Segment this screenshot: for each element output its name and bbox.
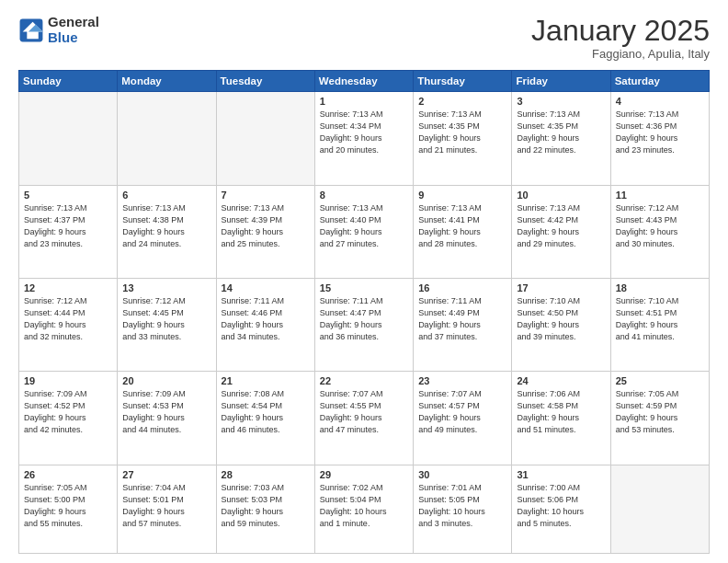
calendar-cell: 28Sunrise: 7:03 AM Sunset: 5:03 PM Dayli… [216,465,314,553]
day-number: 12 [24,282,112,293]
logo-icon [18,17,44,43]
calendar-body: 1Sunrise: 7:13 AM Sunset: 4:34 PM Daylig… [19,92,710,554]
calendar-cell: 12Sunrise: 7:12 AM Sunset: 4:44 PM Dayli… [19,278,118,371]
calendar-cell [216,92,314,185]
day-info: Sunrise: 7:13 AM Sunset: 4:36 PM Dayligh… [616,109,704,156]
day-number: 20 [122,375,210,386]
calendar-cell: 16Sunrise: 7:11 AM Sunset: 4:49 PM Dayli… [414,278,512,371]
day-number: 11 [616,190,704,201]
day-info: Sunrise: 7:01 AM Sunset: 5:05 PM Dayligh… [418,482,506,530]
day-info: Sunrise: 7:07 AM Sunset: 4:57 PM Dayligh… [418,388,506,436]
calendar-cell: 26Sunrise: 7:05 AM Sunset: 5:00 PM Dayli… [19,465,118,553]
day-number: 19 [24,375,112,386]
weekday-header-cell: Saturday [610,71,709,92]
day-info: Sunrise: 7:11 AM Sunset: 4:46 PM Dayligh… [222,295,310,343]
day-info: Sunrise: 7:13 AM Sunset: 4:39 PM Dayligh… [222,202,310,250]
day-info: Sunrise: 7:08 AM Sunset: 4:54 PM Dayligh… [222,388,310,436]
day-info: Sunrise: 7:13 AM Sunset: 4:42 PM Dayligh… [517,202,605,250]
day-info: Sunrise: 7:07 AM Sunset: 4:55 PM Dayligh… [320,388,408,436]
calendar-cell: 14Sunrise: 7:11 AM Sunset: 4:46 PM Dayli… [216,278,314,371]
calendar-cell: 18Sunrise: 7:10 AM Sunset: 4:51 PM Dayli… [610,278,709,371]
calendar-cell: 29Sunrise: 7:02 AM Sunset: 5:04 PM Dayli… [314,465,413,553]
calendar-cell: 30Sunrise: 7:01 AM Sunset: 5:05 PM Dayli… [414,465,512,553]
day-number: 14 [222,282,310,293]
day-number: 27 [122,469,210,480]
day-info: Sunrise: 7:12 AM Sunset: 4:43 PM Dayligh… [616,202,704,250]
day-number: 29 [320,469,408,480]
calendar-cell: 27Sunrise: 7:04 AM Sunset: 5:01 PM Dayli… [118,465,216,553]
calendar-cell [610,465,709,553]
day-number: 10 [517,190,605,201]
day-info: Sunrise: 7:10 AM Sunset: 4:50 PM Dayligh… [517,295,605,343]
calendar-cell [19,92,118,185]
calendar-cell: 19Sunrise: 7:09 AM Sunset: 4:52 PM Dayli… [19,372,118,465]
day-number: 3 [517,96,605,107]
header: General Blue January 2025 Faggiano, Apul… [18,15,710,61]
logo-text: General Blue [48,15,99,45]
day-info: Sunrise: 7:04 AM Sunset: 5:01 PM Dayligh… [122,482,210,530]
calendar-cell: 10Sunrise: 7:13 AM Sunset: 4:42 PM Dayli… [512,185,610,278]
calendar-cell: 15Sunrise: 7:11 AM Sunset: 4:47 PM Dayli… [314,278,413,371]
weekday-header-cell: Thursday [414,71,512,92]
day-info: Sunrise: 7:03 AM Sunset: 5:03 PM Dayligh… [222,482,310,530]
day-number: 24 [517,375,605,386]
location: Faggiano, Apulia, Italy [531,47,710,61]
calendar-cell: 3Sunrise: 7:13 AM Sunset: 4:35 PM Daylig… [512,92,610,185]
calendar-cell: 17Sunrise: 7:10 AM Sunset: 4:50 PM Dayli… [512,278,610,371]
calendar-cell: 25Sunrise: 7:05 AM Sunset: 4:59 PM Dayli… [610,372,709,465]
logo: General Blue [18,15,99,45]
calendar-week-row: 26Sunrise: 7:05 AM Sunset: 5:00 PM Dayli… [19,465,710,553]
day-info: Sunrise: 7:13 AM Sunset: 4:34 PM Dayligh… [320,109,408,156]
day-number: 9 [418,190,506,201]
calendar-cell: 24Sunrise: 7:06 AM Sunset: 4:58 PM Dayli… [512,372,610,465]
day-info: Sunrise: 7:06 AM Sunset: 4:58 PM Dayligh… [517,388,605,436]
day-info: Sunrise: 7:13 AM Sunset: 4:35 PM Dayligh… [418,109,506,156]
day-info: Sunrise: 7:13 AM Sunset: 4:41 PM Dayligh… [418,202,506,250]
calendar-cell: 6Sunrise: 7:13 AM Sunset: 4:38 PM Daylig… [118,185,216,278]
day-number: 21 [222,375,310,386]
calendar-cell: 5Sunrise: 7:13 AM Sunset: 4:37 PM Daylig… [19,185,118,278]
weekday-header-cell: Wednesday [314,71,413,92]
day-info: Sunrise: 7:13 AM Sunset: 4:37 PM Dayligh… [24,202,112,250]
day-number: 1 [320,96,408,107]
day-number: 6 [122,190,210,201]
day-info: Sunrise: 7:11 AM Sunset: 4:49 PM Dayligh… [418,295,506,343]
day-number: 18 [616,282,704,293]
day-number: 15 [320,282,408,293]
day-info: Sunrise: 7:00 AM Sunset: 5:06 PM Dayligh… [517,482,605,530]
day-info: Sunrise: 7:12 AM Sunset: 4:45 PM Dayligh… [122,295,210,343]
calendar-cell: 20Sunrise: 7:09 AM Sunset: 4:53 PM Dayli… [118,372,216,465]
weekday-header-cell: Monday [118,71,216,92]
calendar-cell: 7Sunrise: 7:13 AM Sunset: 4:39 PM Daylig… [216,185,314,278]
day-number: 13 [122,282,210,293]
day-info: Sunrise: 7:05 AM Sunset: 4:59 PM Dayligh… [616,388,704,436]
day-number: 7 [222,190,310,201]
day-info: Sunrise: 7:13 AM Sunset: 4:38 PM Dayligh… [122,202,210,250]
day-info: Sunrise: 7:02 AM Sunset: 5:04 PM Dayligh… [320,482,408,530]
calendar-week-row: 19Sunrise: 7:09 AM Sunset: 4:52 PM Dayli… [19,372,710,465]
day-info: Sunrise: 7:09 AM Sunset: 4:52 PM Dayligh… [24,388,112,436]
calendar-cell: 23Sunrise: 7:07 AM Sunset: 4:57 PM Dayli… [414,372,512,465]
calendar-week-row: 5Sunrise: 7:13 AM Sunset: 4:37 PM Daylig… [19,185,710,278]
month-title: January 2025 [531,15,710,47]
day-number: 2 [418,96,506,107]
weekday-header-cell: Friday [512,71,610,92]
calendar-week-row: 12Sunrise: 7:12 AM Sunset: 4:44 PM Dayli… [19,278,710,371]
day-number: 16 [418,282,506,293]
calendar-cell: 13Sunrise: 7:12 AM Sunset: 4:45 PM Dayli… [118,278,216,371]
calendar-cell: 8Sunrise: 7:13 AM Sunset: 4:40 PM Daylig… [314,185,413,278]
day-number: 4 [616,96,704,107]
title-block: January 2025 Faggiano, Apulia, Italy [531,15,710,61]
day-number: 31 [517,469,605,480]
calendar-cell: 4Sunrise: 7:13 AM Sunset: 4:36 PM Daylig… [610,92,709,185]
calendar-week-row: 1Sunrise: 7:13 AM Sunset: 4:34 PM Daylig… [19,92,710,185]
calendar-cell: 2Sunrise: 7:13 AM Sunset: 4:35 PM Daylig… [414,92,512,185]
calendar-cell: 31Sunrise: 7:00 AM Sunset: 5:06 PM Dayli… [512,465,610,553]
day-number: 25 [616,375,704,386]
page: General Blue January 2025 Faggiano, Apul… [0,0,728,563]
day-info: Sunrise: 7:09 AM Sunset: 4:53 PM Dayligh… [122,388,210,436]
day-info: Sunrise: 7:05 AM Sunset: 5:00 PM Dayligh… [24,482,112,530]
day-number: 5 [24,190,112,201]
calendar-cell: 11Sunrise: 7:12 AM Sunset: 4:43 PM Dayli… [610,185,709,278]
calendar-cell: 1Sunrise: 7:13 AM Sunset: 4:34 PM Daylig… [314,92,413,185]
